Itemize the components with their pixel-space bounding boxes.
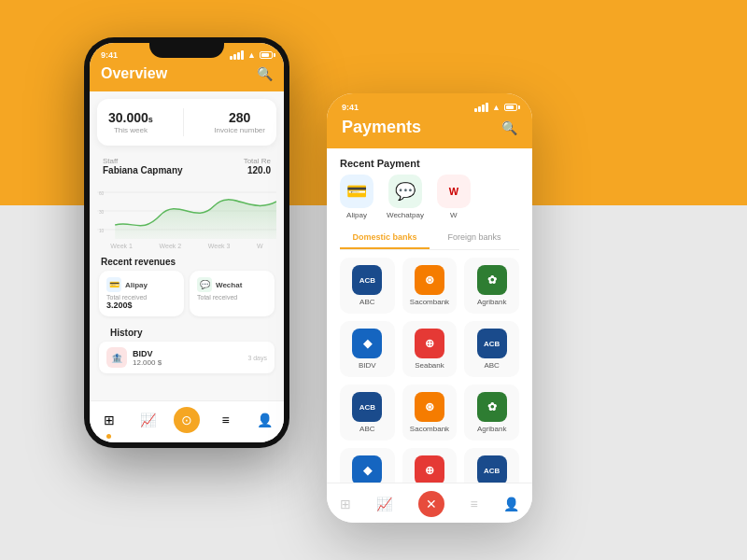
total-value: 120.0 [244,165,271,175]
nav-grid[interactable]: ⊞ [96,407,122,439]
recent-revenues-title: Recent revenues [90,253,284,271]
bank-item-agribank1[interactable]: ✿ Agribank [464,258,519,314]
bank-tabs: Domestic banks Foreign banks [340,227,519,250]
bidv-icon: 🏦 [106,347,127,368]
chart-label-w1: Week 1 [110,243,133,249]
stat-divider [183,108,184,136]
stat-amount-label: This week [108,126,153,134]
bank-item-abc3[interactable]: ACB ABC [340,385,395,441]
wechat-pay-name: Wechatpay [387,211,424,219]
p2-nav-grid[interactable]: ⊞ [340,497,351,511]
phone2-header: Payments 🔍 [327,114,532,148]
pay-method-w[interactable]: W W [437,175,471,219]
search-icon[interactable]: 🔍 [257,66,273,81]
phone1-screen: 9:41 ▲ Overview 🔍 [90,43,284,442]
bank-item-abc1[interactable]: ACB ABC [340,258,395,314]
acb-name2: ABC [484,361,499,370]
p2-nav-close[interactable]: ✕ [418,491,444,517]
stat-invoices-label: Invoice number [214,126,265,134]
agribank-name2: Agribank [477,425,507,433]
phone1-time: 9:41 [101,50,118,60]
bank-item-bidv1[interactable]: ◆ BIDV [340,321,395,377]
bidv-icon1: ◆ [352,329,382,358]
phone2-content: Recent Payment 💳 Alipay 💬 Wechatpay W W [327,148,532,483]
tab-domestic[interactable]: Domestic banks [340,227,430,249]
staff-name: Fabiana Capmany [103,165,183,175]
phone1-stats: 30.000s This week 280 Invoice number [97,99,276,146]
p2-signal-icon [474,103,488,112]
bank-item-sacombank2[interactable]: ⊛ Sacombank [402,385,458,441]
agribank-name1: Agribank [477,298,507,306]
history-section: History 🏦 BIDV 12.000 $ 3 days [90,322,284,375]
stat-amount: 30.000s This week [108,110,153,134]
stat-invoices-value: 280 [214,110,265,125]
nav-chart[interactable]: 📈 [134,407,161,439]
bidv-info: BIDV 12.000 $ [133,349,242,367]
tab-foreign[interactable]: Foreign banks [430,227,519,249]
bank-grid: ACB ABC ⊛ Sacombank ✿ Agribank ◆ BIDV ⊕ [327,258,532,483]
alipay-name: Alipay [125,281,148,289]
bank-item-bidv2[interactable]: ◆ BIDV [340,448,395,483]
signal-icon [230,50,244,60]
bidv-time: 3 days [247,355,267,361]
phone2-payments: 9:41 ▲ Payments 🔍 Recent Payment [327,93,532,523]
bank-item-abc2[interactable]: ACB ABC [464,321,519,377]
p2-wifi-icon: ▲ [492,103,500,112]
revenue-cards: 💳 Alipay Total received 3.200$ 💬 Wechat … [90,271,284,322]
p2-nav-list[interactable]: ≡ [470,497,477,511]
acb-name3: ABC [359,425,374,433]
phone2-time: 9:41 [342,103,359,112]
chart-area: 60 30 10 [97,183,276,239]
pay-method-wechat[interactable]: 💬 Wechatpay [387,175,424,219]
person-icon: 👤 [251,407,277,433]
nav-person[interactable]: 👤 [251,407,277,439]
bank-item-sacombank1[interactable]: ⊛ Sacombank [402,258,458,314]
grid-icon: ⊞ [96,407,122,433]
bidv-icon2: ◆ [352,455,382,483]
stat-invoices: 280 Invoice number [214,110,265,134]
p2-search-icon[interactable]: 🔍 [501,120,517,135]
acb-name1: ABC [359,298,374,306]
phone2-status-bar: 9:41 ▲ [327,93,532,114]
sacombank-name1: Sacombank [410,298,449,306]
chart-labels: Week 1 Week 2 Week 3 W [90,243,284,249]
bidv-name1: BIDV [359,361,376,370]
chart-label-w2: Week 2 [160,243,182,249]
sacombank-name2: Sacombank [410,425,449,433]
bank-item-agribank2[interactable]: ✿ Agribank [464,385,519,441]
scan-icon: ⊙ [174,407,200,433]
phone1-header: Overview 🔍 [90,62,284,91]
scene: 9:41 ▲ Overview 🔍 [0,0,747,560]
acb-icon3: ACB [352,392,382,422]
revenue-card-alipay: 💳 Alipay Total received 3.200$ [99,271,184,316]
alipay-pay-name: Alipay [346,211,367,219]
list-icon: ≡ [213,407,239,433]
alipay-value: 3.200$ [106,301,176,310]
nav-scan[interactable]: ⊙ [174,407,200,439]
w-pay-icon: W [437,175,471,208]
pay-method-alipay[interactable]: 💳 Alipay [340,175,374,219]
history-item-bidv[interactable]: 🏦 BIDV 12.000 $ 3 days [99,342,275,373]
sacombank-icon2: ⊛ [415,392,444,422]
acb-icon4: ACB [477,455,507,483]
acb-icon2: ACB [477,329,507,358]
bank-item-abc4[interactable]: ACB ABC [464,448,519,483]
p2-battery-icon [504,104,517,111]
phone1-overview: 9:41 ▲ Overview 🔍 [84,37,289,448]
recent-payment-title: Recent Payment [327,148,532,175]
wifi-icon: ▲ [247,50,256,60]
p2-nav-chart[interactable]: 📈 [376,497,392,511]
wechat-name: Wechat [216,281,242,289]
bank-item-seabank2[interactable]: ⊕ Seabank [402,448,458,483]
bank-item-seabank1[interactable]: ⊕ Seabank [402,321,458,377]
w-pay-name: W [450,211,458,219]
seabank-icon2: ⊕ [415,455,444,483]
nav-list[interactable]: ≡ [213,407,239,439]
wechat-icon: 💬 [197,277,212,292]
p2-nav-person[interactable]: 👤 [503,497,519,511]
chart-icon: 📈 [134,407,161,433]
bidv-amount: 12.000 $ [133,358,242,367]
wechat-label: Total received [197,294,267,301]
svg-text:10: 10 [99,229,105,233]
staff-label: Staff [103,157,183,165]
